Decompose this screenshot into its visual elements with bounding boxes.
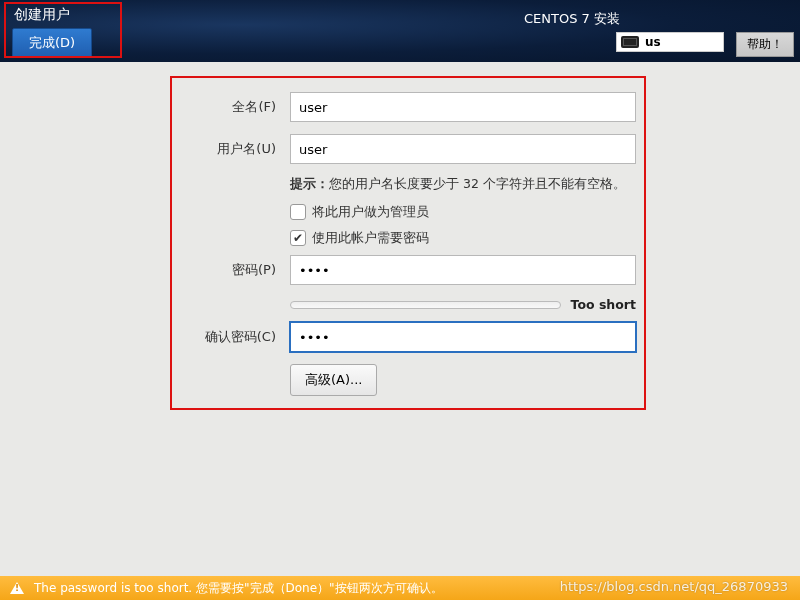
row-fullname: 全名(F)	[180, 92, 636, 122]
confirm-password-input[interactable]	[290, 322, 636, 352]
password-input[interactable]	[290, 255, 636, 285]
tip-text: 您的用户名长度要少于 32 个字符并且不能有空格。	[329, 176, 626, 191]
admin-checkbox[interactable]	[290, 204, 306, 220]
admin-checkbox-label: 将此用户做为管理员	[312, 203, 429, 221]
username-label: 用户名(U)	[180, 140, 276, 158]
warning-text: The password is too short. 您需要按"完成（Done）…	[34, 580, 443, 597]
row-admin-checkbox: 将此用户做为管理员	[290, 203, 636, 221]
keyboard-indicator[interactable]: us	[616, 32, 724, 52]
warning-icon	[10, 582, 24, 594]
fullname-label: 全名(F)	[180, 98, 276, 116]
watermark: https://blog.csdn.net/qq_26870933	[560, 579, 788, 594]
create-user-form: 全名(F) 用户名(U) 提示：您的用户名长度要少于 32 个字符并且不能有空格…	[180, 92, 636, 396]
username-tip: 提示：您的用户名长度要少于 32 个字符并且不能有空格。	[290, 176, 636, 193]
row-username: 用户名(U)	[180, 134, 636, 164]
row-password: 密码(P)	[180, 255, 636, 285]
row-confirm-password: 确认密码(C)	[180, 322, 636, 352]
row-require-password-checkbox: 使用此帐户需要密码	[290, 229, 636, 247]
keyboard-icon	[621, 36, 639, 48]
help-button[interactable]: 帮助！	[736, 32, 794, 57]
advanced-button[interactable]: 高级(A)...	[290, 364, 377, 396]
strength-label: Too short	[571, 297, 636, 312]
fullname-input[interactable]	[290, 92, 636, 122]
password-strength: Too short	[290, 297, 636, 312]
keyboard-layout-label: us	[645, 35, 661, 49]
page-title: 创建用户	[14, 6, 70, 24]
username-input[interactable]	[290, 134, 636, 164]
require-password-checkbox-label: 使用此帐户需要密码	[312, 229, 429, 247]
tip-prefix: 提示：	[290, 176, 329, 191]
require-password-checkbox[interactable]	[290, 230, 306, 246]
form-area: 全名(F) 用户名(U) 提示：您的用户名长度要少于 32 个字符并且不能有空格…	[0, 62, 800, 576]
strength-bar	[290, 301, 561, 309]
header-bar: 创建用户 完成(D) CENTOS 7 安装 us 帮助！	[0, 0, 800, 62]
done-button[interactable]: 完成(D)	[12, 28, 92, 58]
confirm-password-label: 确认密码(C)	[180, 328, 276, 346]
install-title: CENTOS 7 安装	[524, 10, 620, 28]
password-label: 密码(P)	[180, 261, 276, 279]
